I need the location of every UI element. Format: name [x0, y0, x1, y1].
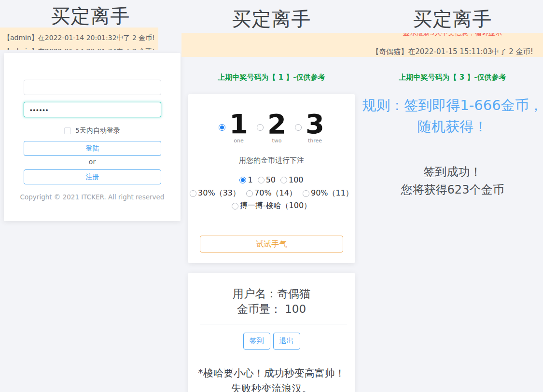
percent-option-30[interactable]: 30%（33）	[190, 188, 240, 198]
radio-icon[interactable]	[257, 124, 264, 131]
amount-option-row: 1 50 100	[188, 175, 355, 184]
number-label: 2	[267, 111, 286, 137]
radio-icon[interactable]	[246, 190, 253, 197]
winner-notice: 【奇偶猫】在2022-01-15 15:11:03中了 2 金币!	[362, 47, 543, 56]
number-caption: three	[308, 138, 322, 144]
shuoha-warning: *梭哈要小心！成功秒变高富帅！ 失败秒变流浪汉。	[188, 365, 355, 392]
auto-login-label: 5天内自动登录	[75, 126, 120, 135]
number-option-2[interactable]: 2 two	[257, 111, 286, 144]
number-caption: one	[234, 138, 243, 144]
user-button-row: 签到 退出	[188, 333, 355, 350]
password-input[interactable]	[24, 102, 161, 117]
panel-login: 买定离手 【admin】在2022-01-14 20:01:32中了 2 金币!…	[0, 0, 181, 392]
panel-betting: 买定离手 上期中奖号码为【 1 】-仅供参考 1 one 2 two	[181, 0, 362, 392]
last-winning-number: 上期中奖号码为【 1 】-仅供参考	[181, 73, 362, 82]
register-button[interactable]: 注册	[24, 169, 161, 184]
checkin-button[interactable]: 签到	[243, 333, 270, 350]
user-card: 用户名：奇偶猫 金币量： 100 签到 退出 *梭哈要小心！成功秒变高富帅！ 失…	[188, 273, 355, 392]
winner-notice: 【admin】在2022-01-14 20:01:32中了 2 金币!	[0, 34, 158, 42]
logout-button[interactable]: 退出	[273, 333, 300, 350]
panel-checkin: 买定离手 显示最新5人中奖信息，循环显示 【奇偶猫】在2022-01-15 15…	[362, 0, 543, 392]
bet-prompt: 用您的金币进行下注	[188, 156, 355, 165]
divider	[200, 358, 347, 358]
percent-label: 70%（14）	[254, 188, 297, 198]
login-button[interactable]: 登陆	[24, 141, 161, 156]
checkin-success-line: 签到成功！	[424, 165, 482, 179]
winner-notice: 【admin】在2022-01-14 20:01:34中了 2 金币!	[0, 47, 158, 50]
percent-option-70[interactable]: 70%（14）	[246, 188, 297, 198]
bet-card: 1 one 2 two 3 three 用您的金币进行下注	[188, 94, 355, 263]
amount-label: 100	[289, 175, 304, 184]
radio-icon[interactable]	[190, 190, 196, 197]
percent-option-90[interactable]: 90%（11）	[303, 188, 353, 198]
allin-label: 搏一搏-梭哈（100）	[240, 201, 311, 211]
divider	[200, 324, 347, 324]
page-title: 买定离手	[181, 6, 362, 32]
winner-notice-bar: 显示最新5人中奖信息，循环显示 【奇偶猫】在2022-01-15 15:11:0…	[362, 33, 543, 57]
try-luck-button[interactable]: 试试手气	[200, 236, 343, 252]
auto-login-row: 5天内自动登录	[4, 126, 181, 135]
percent-label: 30%（33）	[198, 188, 240, 198]
number-label: 1	[229, 111, 248, 137]
number-caption: two	[272, 138, 281, 144]
number-option-3[interactable]: 3 three	[295, 111, 324, 144]
amount-label: 1	[248, 175, 252, 184]
radio-icon[interactable]	[232, 203, 238, 210]
radio-icon[interactable]	[280, 177, 287, 183]
radio-icon[interactable]	[303, 190, 309, 197]
allin-option[interactable]: 搏一搏-梭哈（100）	[232, 201, 311, 211]
number-label: 3	[306, 111, 324, 137]
radio-icon[interactable]	[295, 124, 302, 131]
rule-text: 规则：签到即得1-666金币， 随机获得！	[362, 95, 543, 137]
rule-line-1: 规则：签到即得1-666金币，	[362, 97, 543, 113]
amount-label: 50	[266, 175, 276, 184]
login-card: 5天内自动登录 登陆 or 注册 Copyright © 2021 ITCKER…	[4, 53, 181, 221]
radio-icon[interactable]	[219, 124, 225, 131]
coins-line: 金币量： 100	[188, 302, 355, 317]
username-line: 用户名：奇偶猫	[188, 286, 355, 301]
radio-icon[interactable]	[239, 177, 246, 183]
percent-label: 90%（11）	[311, 188, 353, 198]
winner-notice-bar	[181, 33, 362, 57]
checkin-result: 签到成功！ 您将获得623个金币	[362, 163, 543, 199]
amount-option-50[interactable]: 50	[258, 175, 276, 184]
reward-line: 您将获得623个金币	[401, 183, 504, 196]
warning-line-1: *梭哈要小心！成功秒变高富帅！	[198, 367, 345, 379]
last-winning-number: 上期中奖号码为【 3 】-仅供参考	[362, 73, 543, 82]
radio-icon[interactable]	[258, 177, 265, 183]
copyright-text: Copyright © 2021 ITCKER. All right reser…	[4, 193, 181, 201]
marquee-hint: 显示最新5人中奖信息，循环显示	[362, 33, 543, 38]
warning-line-2: 失败秒变流浪汉。	[231, 383, 312, 392]
winner-notice-bar: 【admin】在2022-01-14 20:01:32中了 2 金币! 【adm…	[0, 28, 158, 50]
or-label: or	[4, 158, 181, 166]
percent-option-row: 30%（33） 70%（14） 90%（11）	[188, 188, 355, 198]
amount-option-1[interactable]: 1	[239, 175, 252, 184]
rule-line-2: 随机获得！	[418, 118, 487, 135]
page-title: 买定离手	[0, 3, 181, 29]
number-radio-group: 1 one 2 two 3 three	[188, 111, 355, 144]
page-title: 买定离手	[362, 6, 543, 32]
allin-option-row: 搏一搏-梭哈（100）	[188, 201, 355, 211]
username-input[interactable]	[24, 80, 161, 95]
amount-option-100[interactable]: 100	[280, 175, 304, 184]
auto-login-checkbox[interactable]	[64, 127, 71, 134]
number-option-1[interactable]: 1 one	[219, 111, 248, 144]
